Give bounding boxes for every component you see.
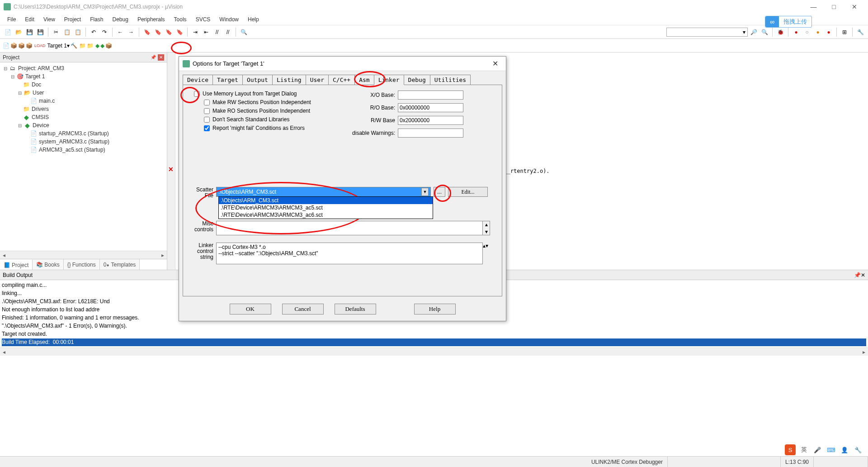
tree-target[interactable]: Target 1 <box>25 73 45 80</box>
breakpoint2-icon[interactable]: ○ <box>802 27 812 37</box>
menu-tools[interactable]: Tools <box>170 15 191 24</box>
linker-scroll[interactable]: ▴▾ <box>483 243 488 264</box>
minimize-button[interactable]: — <box>803 0 824 14</box>
rebuild-icon[interactable]: 📦 <box>18 43 25 49</box>
dropdown-option[interactable]: .\RTE\Device\ARMCM3\ARMCM3_ac6.sct <box>219 211 433 219</box>
menu-file[interactable]: File <box>3 15 20 24</box>
cut-icon[interactable]: ✂ <box>51 27 61 37</box>
dialog-titlebar[interactable]: Options for Target 'Target 1' ✕ <box>179 57 506 71</box>
ime-mic-icon[interactable]: 🎤 <box>812 444 823 455</box>
ro-input[interactable] <box>398 103 463 112</box>
manage-icon[interactable]: 📁 <box>79 43 86 49</box>
pack-icon[interactable]: ◆ <box>95 43 99 49</box>
tab-target[interactable]: Target <box>212 75 243 85</box>
tree-user[interactable]: User <box>33 90 44 96</box>
menu-flash[interactable]: Flash <box>85 15 108 24</box>
build-hscroll[interactable]: ◂▸ <box>0 348 868 356</box>
incremental-icon[interactable]: 🔍 <box>760 27 769 37</box>
bookmark-icon[interactable]: 🔖 <box>142 27 152 37</box>
tab-templates[interactable]: 0⬧Templates <box>100 259 140 270</box>
translate-icon[interactable]: 📄 <box>3 43 9 49</box>
indent-icon[interactable]: ⇥ <box>190 27 200 37</box>
window-icon[interactable]: ⊞ <box>840 27 849 37</box>
tab-functions[interactable]: {}Functions <box>64 259 100 270</box>
ime-tool-icon[interactable]: 🔧 <box>853 444 863 455</box>
dropdown-arrow-icon[interactable]: ▼ <box>421 188 429 196</box>
menu-project[interactable]: Project <box>60 15 85 24</box>
dialog-close-icon[interactable]: ✕ <box>488 59 502 68</box>
tree-hscroll[interactable]: ◂▸ <box>0 251 167 259</box>
back-icon[interactable]: ← <box>115 27 125 37</box>
ime-lang[interactable]: 英 <box>798 444 809 455</box>
outdent-icon[interactable]: ⇤ <box>201 27 211 37</box>
save-icon[interactable]: 💾 <box>24 27 34 37</box>
tree-main[interactable]: main.c <box>39 98 55 104</box>
forward-icon[interactable]: → <box>126 27 136 37</box>
tab-output[interactable]: Output <box>242 75 273 85</box>
new-icon[interactable]: 📄 <box>3 27 13 37</box>
cancel-button[interactable]: Cancel <box>282 304 324 315</box>
close-button[interactable]: ✕ <box>844 0 864 14</box>
tab-asm[interactable]: Asm <box>354 75 374 85</box>
debug-icon[interactable]: 🐞 <box>775 27 785 37</box>
tab-debug[interactable]: Debug <box>404 75 430 85</box>
breakpoint-icon[interactable]: ● <box>791 27 801 37</box>
bookmark-prev-icon[interactable]: 🔖 <box>153 27 163 37</box>
undo-icon[interactable]: ↶ <box>89 27 99 37</box>
xo-input[interactable] <box>398 91 463 100</box>
misc-input[interactable] <box>216 221 483 235</box>
ok-button[interactable]: OK <box>230 304 271 315</box>
tree-sct[interactable]: ARMCM3_ac5.sct (Startup) <box>39 147 105 153</box>
menu-edit[interactable]: Edit <box>20 15 39 24</box>
defaults-button[interactable]: Defaults <box>335 304 376 315</box>
tree-device[interactable]: Device <box>33 122 49 129</box>
tab-cpp[interactable]: C/C++ <box>328 75 355 85</box>
tree-cmsis[interactable]: CMSIS <box>32 114 49 120</box>
paste-icon[interactable]: 📋 <box>73 27 83 37</box>
bookmark-clear-icon[interactable]: 🔖 <box>175 27 184 37</box>
tree-doc[interactable]: Doc <box>32 81 41 88</box>
tab-listing[interactable]: Listing <box>272 75 306 85</box>
pack2-icon[interactable]: ◆ <box>100 43 104 49</box>
batch-icon[interactable]: 📦 <box>26 43 33 49</box>
rw-input[interactable] <box>398 116 463 125</box>
build-pin-icon[interactable]: 📌 <box>854 272 861 278</box>
tab-linker[interactable]: Linker <box>374 75 404 85</box>
open-icon[interactable]: 📂 <box>14 27 24 37</box>
ime-bar[interactable]: S 英 🎤 ⌨ 👤 🔧 <box>785 444 863 455</box>
tree-root[interactable]: Project: ARM_CM3 <box>18 65 64 71</box>
tab-device[interactable]: Device <box>183 75 213 85</box>
project-tree[interactable]: ⊟🗂Project: ARM_CM3 ⊟🎯Target 1 📁Doc ⊟📂Use… <box>0 62 167 251</box>
breakpoint4-icon[interactable]: ● <box>824 27 834 37</box>
target-combo[interactable]: Target 1▾ <box>47 43 70 49</box>
maximize-button[interactable]: □ <box>824 0 844 14</box>
ime-person-icon[interactable]: 👤 <box>839 444 850 455</box>
tree-drivers[interactable]: Drivers <box>32 106 49 112</box>
redo-icon[interactable]: ↷ <box>99 27 109 37</box>
menu-peripherals[interactable]: Peripherals <box>133 15 170 24</box>
pin-icon[interactable]: 📌 <box>150 54 157 61</box>
misc-scroll[interactable]: ▴▾ <box>483 221 490 235</box>
panel-close-icon[interactable]: ✕ <box>158 54 164 61</box>
pack3-icon[interactable]: 📦 <box>105 43 112 49</box>
help-button[interactable]: Help <box>414 304 456 315</box>
find-icon[interactable]: 🔍 <box>239 27 249 37</box>
tab-project[interactable]: 📘Project <box>0 259 33 270</box>
download-icon[interactable]: LOAD <box>34 43 46 48</box>
tab-user[interactable]: User <box>306 75 329 85</box>
menu-window[interactable]: Window <box>215 15 243 24</box>
tree-system[interactable]: system_ARMCM3.c (Startup) <box>39 138 109 145</box>
tab-utilities[interactable]: Utilities <box>430 75 471 85</box>
browse-button[interactable]: ... <box>434 187 445 197</box>
tab-books[interactable]: 📚Books <box>33 259 63 270</box>
menu-debug[interactable]: Debug <box>108 15 133 24</box>
findfiles-icon[interactable]: 🔎 <box>749 27 759 37</box>
ime-logo-icon[interactable]: S <box>785 444 796 455</box>
breakpoint3-icon[interactable]: ● <box>813 27 823 37</box>
comment-icon[interactable]: // <box>212 27 222 37</box>
edit-button[interactable]: Edit... <box>448 187 488 197</box>
dropdown-option[interactable]: .\Objects\ARM_CM3.sct <box>219 197 433 204</box>
upload-widget[interactable]: ∞ 拖拽上传 <box>765 16 812 28</box>
manage2-icon[interactable]: 📁 <box>87 43 94 49</box>
find-combo[interactable]: ▾ <box>666 28 748 37</box>
